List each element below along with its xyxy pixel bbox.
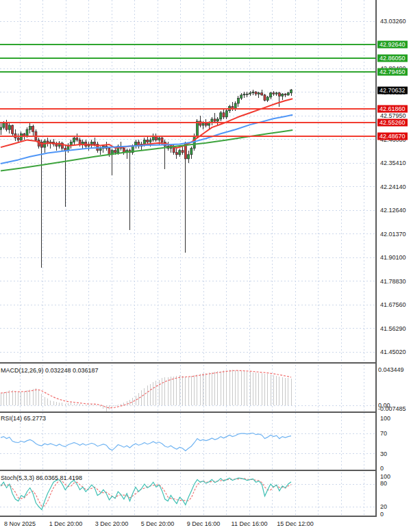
price-tick: 43.03260 xyxy=(380,18,406,25)
candles-group xyxy=(0,89,292,268)
rsi-tick: 70 xyxy=(380,430,387,437)
macd-tick: -0.007485 xyxy=(378,405,406,412)
price-chart-panel[interactable] xyxy=(0,0,375,364)
price-tick: 42.12640 xyxy=(380,207,406,214)
resistance-price-badge: 42.86050 xyxy=(377,55,408,62)
stoch-tick: 80 xyxy=(380,480,387,487)
price-tick: 42.35410 xyxy=(380,160,406,166)
support-price-badge: 42.55260 xyxy=(377,119,408,127)
main-grid xyxy=(0,0,375,362)
macd-panel[interactable]: MACD(12,26,9) 0.032248 0.036187 xyxy=(0,365,375,413)
resistance-price-badge: 42.92640 xyxy=(377,41,408,49)
price-tick: 41.78830 xyxy=(380,278,406,285)
date-label: 9 Dec 16:00 xyxy=(187,520,221,527)
price-tick: 41.56290 xyxy=(380,325,406,332)
date-label: 8 Nov 2025 xyxy=(4,520,36,527)
rsi-plot[interactable] xyxy=(0,413,375,470)
date-label: 5 Dec 20:00 xyxy=(141,520,175,527)
time-axis[interactable]: 8 Nov 20251 Dec 20:003 Dec 20:005 Dec 20… xyxy=(0,517,411,532)
resistance-price-badge: 42.79450 xyxy=(377,68,408,76)
stoch-tick: 100 xyxy=(380,473,390,480)
rsi-tick: 100 xyxy=(380,415,390,422)
macd-tick: 0.043449 xyxy=(378,366,404,373)
price-tick: 41.67560 xyxy=(380,301,406,308)
rsi-panel[interactable]: RSI(14) 65.2773 xyxy=(0,413,375,471)
stochastic-panel[interactable]: Stoch(5,3,3) 86.0365 81.4198 xyxy=(0,472,375,517)
date-label: 1 Dec 20:00 xyxy=(49,520,83,527)
rsi-tick: 30 xyxy=(380,451,387,457)
date-label: 11 Dec 16:00 xyxy=(232,520,268,527)
support-price-badge: 42.48670 xyxy=(377,133,408,140)
price-tick-clipped: 43.14530 xyxy=(380,0,406,1)
rsi-line xyxy=(1,433,291,451)
stoch-k-line xyxy=(1,478,291,509)
price-tick: 42.24140 xyxy=(380,183,406,190)
current-price-badge: 42.70632 xyxy=(377,87,408,94)
stoch-tick: 20 xyxy=(380,503,387,510)
price-tick: 42.01370 xyxy=(380,231,406,238)
date-label: 15 Dec 12:00 xyxy=(277,520,314,527)
rsi-tick: 0 xyxy=(380,465,384,472)
candlestick-plot[interactable] xyxy=(0,0,375,362)
stochastic-legend: Stoch(5,3,3) 86.0365 81.4198 xyxy=(1,474,82,481)
price-tick: 42.57950 xyxy=(380,112,406,119)
macd-signal-line xyxy=(1,370,291,408)
support-price-badge: 42.61860 xyxy=(377,105,408,113)
rsi-legend: RSI(14) 65.2773 xyxy=(1,415,46,422)
trading-chart-window: MACD(12,26,9) 0.032248 0.036187 RSI(14) … xyxy=(0,0,411,532)
price-tick: 41.90100 xyxy=(380,254,406,261)
macd-legend: MACD(12,26,9) 0.032248 0.036187 xyxy=(1,367,99,374)
date-label: 3 Dec 20:00 xyxy=(95,520,129,527)
price-axis[interactable]: 43.1453043.0326042.9176042.8049042.69220… xyxy=(375,0,411,517)
price-tick: 41.45020 xyxy=(380,349,406,355)
